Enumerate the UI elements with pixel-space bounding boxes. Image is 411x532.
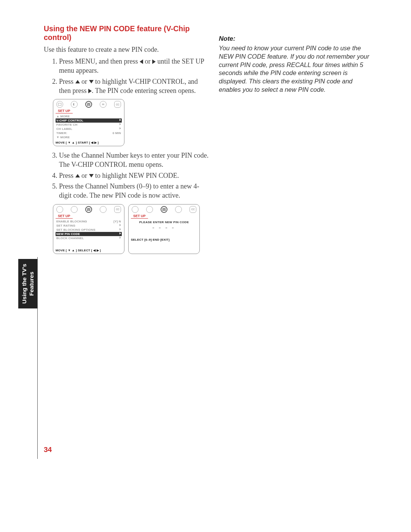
osd-row-more-top: ▲ MORE xyxy=(56,114,122,118)
osd-row-blockch: BLOCK CHANNEL xyxy=(56,236,122,240)
note-block: Note: You need to know your current PIN … xyxy=(219,35,371,94)
osd-row-chlabel: CH LABEL xyxy=(56,127,122,131)
svg-point-7 xyxy=(88,208,89,209)
osd-title: SET UP xyxy=(56,214,73,219)
up-arrow-icon xyxy=(75,174,80,177)
osd-row-vchip: V-CHIP CONTROL xyxy=(56,118,122,123)
up-arrow-icon xyxy=(75,80,80,83)
down-arrow-icon xyxy=(89,80,94,83)
svg-point-8 xyxy=(89,209,90,210)
osd-picture-icon xyxy=(56,206,63,213)
osd-setup-icon xyxy=(85,101,92,108)
svg-point-11 xyxy=(165,209,166,210)
step-2: Press or to highlight V-CHIP CONTROL, an… xyxy=(59,77,209,96)
osd-audio-icon xyxy=(71,101,78,108)
step-3: Use the Channel Number keys to enter you… xyxy=(59,151,209,169)
steps-list-2: Use the Channel Number keys to enter you… xyxy=(44,151,209,200)
svg-point-6 xyxy=(87,209,88,210)
step-4: Press or to highlight NEW PIN CODE. xyxy=(59,171,209,180)
osd-hints: MOVE [ ▼ ▲ ] START [ ◀ ▶ ] xyxy=(53,139,124,144)
svg-rect-5 xyxy=(103,104,104,105)
chapter-tab: Using the TV's Features xyxy=(18,259,37,308)
left-arrow-icon xyxy=(140,59,143,64)
osd-row-timer: TIMER:0 MIN xyxy=(56,131,122,135)
svg-point-1 xyxy=(87,105,88,105)
osd-setup-icon xyxy=(161,206,167,213)
note-body: You need to know your current PIN code t… xyxy=(219,44,371,94)
osd-lang-icon xyxy=(100,101,107,108)
page-number: 34 xyxy=(44,446,52,454)
svg-point-10 xyxy=(164,208,164,209)
osd-row-newpin: NEW PIN CODE xyxy=(56,232,122,236)
step-1: Press MENU, and then press or until the … xyxy=(59,57,209,75)
osd-picture-icon xyxy=(132,206,139,213)
osd-pin-dashes: – – – – xyxy=(129,225,199,236)
osd-enter-pin: CC SET UP PLEASE ENTER NEW PIN CODE – – … xyxy=(128,204,200,254)
osd-setup-icon xyxy=(85,206,92,213)
svg-point-2 xyxy=(88,103,89,104)
osd-prompt: PLEASE ENTER NEW PIN CODE xyxy=(129,219,199,225)
osd-cc-icon: CC xyxy=(114,101,121,108)
steps-list: Press MENU, and then press or until the … xyxy=(44,57,209,95)
osd-cc-icon: CC xyxy=(190,206,196,213)
note-heading: Note: xyxy=(219,35,371,43)
osd-cc-icon: CC xyxy=(114,206,121,213)
osd-lang-icon xyxy=(175,206,182,213)
svg-rect-4 xyxy=(102,104,103,105)
vertical-rule xyxy=(37,257,38,459)
osd-hints: SELECT [0–9] END [EXIT] xyxy=(129,236,199,241)
osd-row-setblock: SET BLOCKING OPTIONS xyxy=(56,228,122,232)
osd-title: SET UP xyxy=(131,214,148,219)
osd-vchip-menu: CC SET UP ENABLE BLOCKING[Y] N SET RATIN… xyxy=(53,204,124,254)
osd-lang-icon xyxy=(100,206,107,213)
osd-audio-icon xyxy=(71,206,78,213)
osd-picture-icon xyxy=(56,101,63,108)
osd-row-favorite: FAVORITE CH xyxy=(56,123,122,127)
right-arrow-icon xyxy=(152,59,156,64)
svg-point-9 xyxy=(162,209,163,210)
down-arrow-icon xyxy=(89,174,94,177)
intro-text: Use this feature to create a new PIN cod… xyxy=(44,46,209,54)
osd-hints: MOVE [ ▼ ▲ ] SELECT [ ◀ ▶ ] xyxy=(53,247,124,252)
osd-row-setrating: SET RATING xyxy=(56,224,122,228)
osd-row-more-bot: ▼ MORE xyxy=(56,135,122,139)
right-arrow-icon xyxy=(88,89,92,93)
osd-title: SET UP xyxy=(56,109,73,113)
chapter-tab-line2: Features xyxy=(28,272,35,296)
osd-setup-vchip: CC SET UP ▲ MORE V-CHIP CONTROL FAVORITE… xyxy=(53,99,124,146)
chapter-tab-line1: Using the TV's xyxy=(21,264,27,304)
osd-row-enable: ENABLE BLOCKING[Y] N xyxy=(56,219,122,224)
svg-point-3 xyxy=(89,105,90,105)
step-5: Press the Channel Numbers (0–9) to enter… xyxy=(59,182,209,200)
svg-rect-0 xyxy=(58,103,61,105)
section-heading: Using the NEW PIN CODE feature (V-Chip c… xyxy=(44,24,209,42)
osd-audio-icon xyxy=(146,206,153,213)
